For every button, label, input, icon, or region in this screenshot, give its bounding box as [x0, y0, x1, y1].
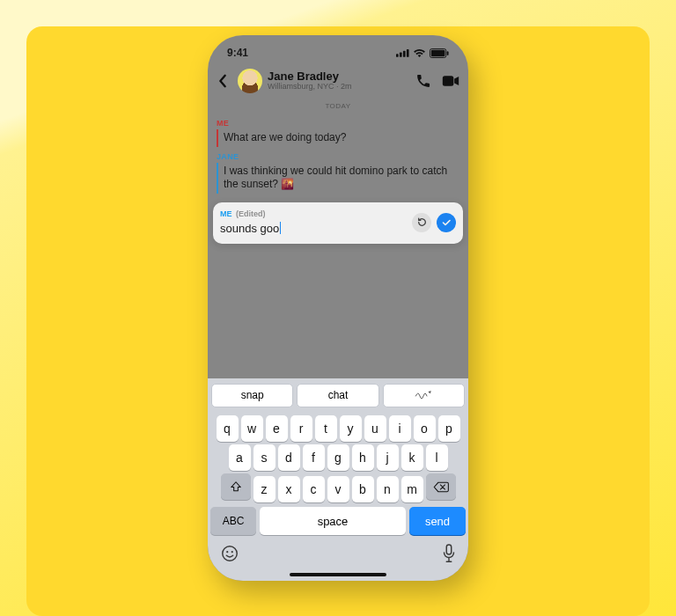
key-z[interactable]: z [254, 476, 276, 502]
keyboard-util-bar [208, 540, 468, 568]
edit-input[interactable]: sounds goo [220, 222, 407, 235]
suggestion-3[interactable] [383, 384, 465, 407]
message-bubble[interactable]: I was thinking we could hit domino park … [217, 163, 459, 194]
key-b[interactable]: b [352, 476, 374, 502]
backspace-key[interactable] [426, 473, 456, 500]
key-u[interactable]: u [364, 415, 386, 442]
key-f[interactable]: f [303, 444, 325, 471]
key-h[interactable]: h [352, 444, 374, 471]
svg-point-10 [231, 551, 233, 553]
keyboard: qwertyuiop asdfghjkl zxcvbnm ABC space s… [208, 411, 468, 540]
key-l[interactable]: l [426, 444, 448, 471]
message-list: ME What are we doing today? JANE I was t… [208, 110, 468, 194]
contact-name: Jane Bradley [268, 70, 410, 83]
key-m[interactable]: m [401, 476, 423, 502]
phone-frame: 9:41 Jane Bradley Williamsburg, NYC · 2m [208, 35, 468, 581]
sender-label-them: JANE [217, 152, 459, 161]
message-text: What are we doing today? [224, 131, 346, 143]
key-a[interactable]: a [229, 444, 251, 471]
key-x[interactable]: x [278, 476, 300, 502]
svg-rect-3 [407, 49, 409, 57]
video-icon [442, 75, 459, 87]
emoji-button[interactable] [220, 544, 239, 567]
svg-rect-7 [443, 76, 453, 86]
key-g[interactable]: g [327, 444, 349, 471]
edit-message-card: ME (Edited) sounds goo [213, 202, 463, 244]
key-y[interactable]: y [340, 415, 362, 442]
key-d[interactable]: d [278, 444, 300, 471]
key-s[interactable]: s [254, 444, 276, 471]
space-key[interactable]: space [260, 507, 406, 535]
battery-icon [430, 48, 449, 58]
status-bar: 9:41 [208, 35, 468, 65]
chat-header: Jane Bradley Williamsburg, NYC · 2m [208, 65, 468, 100]
send-key[interactable]: send [409, 507, 466, 535]
key-t[interactable]: t [315, 415, 337, 442]
svg-point-9 [226, 551, 228, 553]
svg-rect-5 [431, 49, 445, 55]
dictation-button[interactable] [442, 544, 456, 567]
key-p[interactable]: p [438, 415, 460, 442]
key-i[interactable]: i [389, 415, 411, 442]
shift-icon [230, 480, 242, 493]
sender-label-me: ME [217, 119, 459, 128]
backspace-icon [433, 481, 449, 493]
date-divider: TODAY [208, 102, 468, 110]
key-c[interactable]: c [303, 476, 325, 502]
home-indicator [208, 568, 468, 581]
key-n[interactable]: n [377, 476, 399, 502]
svg-rect-1 [400, 53, 402, 57]
keyboard-area: snap chat qwertyuiop asdfghjkl zxcvbnm [208, 378, 468, 581]
key-q[interactable]: q [217, 415, 239, 442]
handwriting-icon [415, 389, 432, 400]
svg-rect-6 [447, 51, 449, 55]
phone-icon [415, 73, 431, 89]
svg-rect-11 [446, 545, 452, 554]
confirm-button[interactable] [437, 213, 456, 232]
video-button[interactable] [442, 75, 459, 87]
message-text: I was thinking we could hit domino park … [224, 165, 447, 191]
edit-label: ME (Edited) [220, 209, 407, 218]
wifi-icon [413, 48, 426, 58]
message-bubble[interactable]: What are we doing today? [217, 129, 459, 147]
suggestion-bar: snap chat [208, 378, 468, 411]
undo-button[interactable] [412, 213, 431, 232]
emoji-icon [220, 544, 239, 563]
key-k[interactable]: k [401, 444, 423, 471]
edit-edited-tag: (Edited) [236, 209, 266, 218]
contact-block[interactable]: Jane Bradley Williamsburg, NYC · 2m [268, 70, 410, 91]
suggestion-2[interactable]: chat [297, 384, 378, 407]
edit-input-value: sounds goo [220, 222, 279, 235]
chevron-left-icon [217, 74, 229, 88]
status-indicators [396, 48, 449, 58]
avatar[interactable] [238, 69, 262, 93]
check-icon [441, 217, 452, 228]
undo-icon [416, 216, 428, 228]
key-w[interactable]: w [241, 415, 263, 442]
status-time: 9:41 [227, 47, 248, 59]
contact-subtitle: Williamsburg, NYC · 2m [268, 83, 410, 91]
cellular-icon [396, 48, 409, 57]
svg-rect-0 [396, 54, 399, 57]
text-caret [280, 222, 281, 234]
back-button[interactable] [213, 74, 232, 88]
call-button[interactable] [415, 73, 431, 89]
key-j[interactable]: j [377, 444, 399, 471]
shift-key[interactable] [221, 473, 251, 500]
edit-who: ME [220, 209, 232, 218]
key-o[interactable]: o [414, 415, 436, 442]
key-e[interactable]: e [266, 415, 288, 442]
suggestion-1[interactable]: snap [211, 384, 293, 407]
svg-point-8 [223, 546, 238, 561]
svg-rect-2 [403, 51, 406, 57]
key-r[interactable]: r [290, 415, 312, 442]
key-v[interactable]: v [327, 476, 349, 502]
mic-icon [442, 544, 456, 563]
abc-key[interactable]: ABC [210, 507, 256, 535]
